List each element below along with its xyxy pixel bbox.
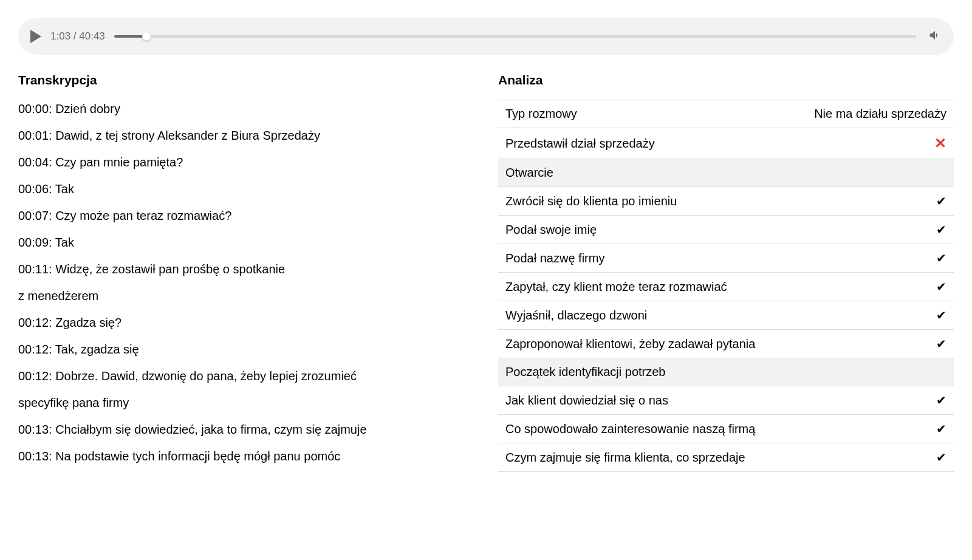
check-icon: ✔ <box>936 450 946 465</box>
transcript-line: 00:07: Czy może pan teraz rozmawiać? <box>18 207 474 225</box>
analysis-row: Co spowodowało zainteresowanie naszą fir… <box>498 415 954 443</box>
analysis-label: Co spowodowało zainteresowanie naszą fir… <box>505 422 936 436</box>
analysis-row: Jak klient dowiedział się o nas✔ <box>498 386 954 415</box>
analysis-row: Typ rozmowyNie ma działu sprzedaży <box>498 100 954 128</box>
progress-thumb[interactable] <box>142 32 151 41</box>
transcript-line: 00:00: Dzień dobry <box>18 100 474 118</box>
analysis-row: Zaproponował klientowi, żeby zadawał pyt… <box>498 330 954 358</box>
analysis-label: Początek identyfikacji potrzeb <box>505 365 946 379</box>
progress-track <box>114 35 916 38</box>
analysis-label: Zaproponował klientowi, żeby zadawał pyt… <box>505 337 936 351</box>
analysis-value-text: Nie ma działu sprzedaży <box>814 107 946 121</box>
analysis-title: Analiza <box>498 73 954 87</box>
analysis-label: Zapytał, czy klient może teraz rozmawiać <box>505 280 936 294</box>
transcript-body: 00:00: Dzień dobry00:01: Dawid, z tej st… <box>18 100 474 465</box>
check-icon: ✔ <box>936 222 946 237</box>
check-icon: ✔ <box>936 336 946 351</box>
analysis-table: Typ rozmowyNie ma działu sprzedażyPrzeds… <box>498 100 954 472</box>
transcript-line: specyfikę pana firmy <box>18 394 474 412</box>
analysis-section-header: Otwarcie <box>498 159 954 187</box>
content: Transkrypcja 00:00: Dzień dobry00:01: Da… <box>18 73 954 474</box>
analysis-label: Jak klient dowiedział się o nas <box>505 394 936 408</box>
analysis-row: Podał nazwę firmy✔ <box>498 244 954 273</box>
check-icon: ✔ <box>936 422 946 436</box>
transcript-line: 00:12: Dobrze. Dawid, dzwonię do pana, ż… <box>18 367 474 385</box>
check-icon: ✔ <box>936 194 946 208</box>
transcript-line: 00:01: Dawid, z tej strony Aleksander z … <box>18 126 474 145</box>
check-icon: ✔ <box>936 279 946 294</box>
audio-player: 1:03 / 40:43 <box>18 18 954 55</box>
transcript-line: 00:13: Chciałbym się dowiedzieć, jaka to… <box>18 420 474 439</box>
check-icon: ✔ <box>936 308 946 323</box>
transcript-line: 00:12: Zgadza się? <box>18 313 474 332</box>
analysis-label: Zwrócił się do klienta po imieniu <box>505 194 936 208</box>
transcript-line: 00:11: Widzę, że zostawił pan prośbę o s… <box>18 260 474 278</box>
play-button[interactable] <box>30 30 41 43</box>
analysis-label: Podał swoje imię <box>505 223 936 237</box>
volume-icon[interactable] <box>928 29 942 45</box>
analysis-label: Otwarcie <box>505 166 946 180</box>
check-icon: ✔ <box>936 251 946 265</box>
total-time: 40:43 <box>79 30 105 42</box>
transcript-line: 00:12: Tak, zgadza się <box>18 340 474 358</box>
transcript-line: 00:04: Czy pan mnie pamięta? <box>18 153 474 171</box>
analysis-label: Przedstawił dział sprzedaży <box>505 137 934 151</box>
transcript-line: z menedżerem <box>18 287 474 305</box>
current-time: 1:03 <box>50 30 70 42</box>
analysis-row: Przedstawił dział sprzedaży✕ <box>498 128 954 159</box>
time-display: 1:03 / 40:43 <box>50 30 105 43</box>
progress-bar[interactable] <box>114 30 916 43</box>
analysis-column: Analiza Typ rozmowyNie ma działu sprzeda… <box>498 73 954 474</box>
analysis-label: Wyjaśnił, dlaczego dzwoni <box>505 309 936 323</box>
analysis-row: Czym zajmuje się firma klienta, co sprze… <box>498 443 954 472</box>
analysis-label: Typ rozmowy <box>505 107 814 121</box>
cross-icon: ✕ <box>934 135 946 152</box>
analysis-row: Wyjaśnił, dlaczego dzwoni✔ <box>498 301 954 330</box>
analysis-row: Zapytał, czy klient może teraz rozmawiać… <box>498 273 954 301</box>
transcript-column: Transkrypcja 00:00: Dzień dobry00:01: Da… <box>18 73 474 474</box>
analysis-label: Podał nazwę firmy <box>505 251 936 265</box>
transcript-line: 00:09: Tak <box>18 233 474 251</box>
check-icon: ✔ <box>936 393 946 408</box>
transcript-line: 00:06: Tak <box>18 180 474 198</box>
analysis-label: Czym zajmuje się firma klienta, co sprze… <box>505 451 936 465</box>
transcript-title: Transkrypcja <box>18 73 474 87</box>
analysis-row: Podał swoje imię✔ <box>498 216 954 244</box>
transcript-line: 00:13: Na podstawie tych informacji będę… <box>18 447 474 465</box>
analysis-section-header: Początek identyfikacji potrzeb <box>498 358 954 386</box>
analysis-row: Zwrócił się do klienta po imieniu✔ <box>498 187 954 216</box>
